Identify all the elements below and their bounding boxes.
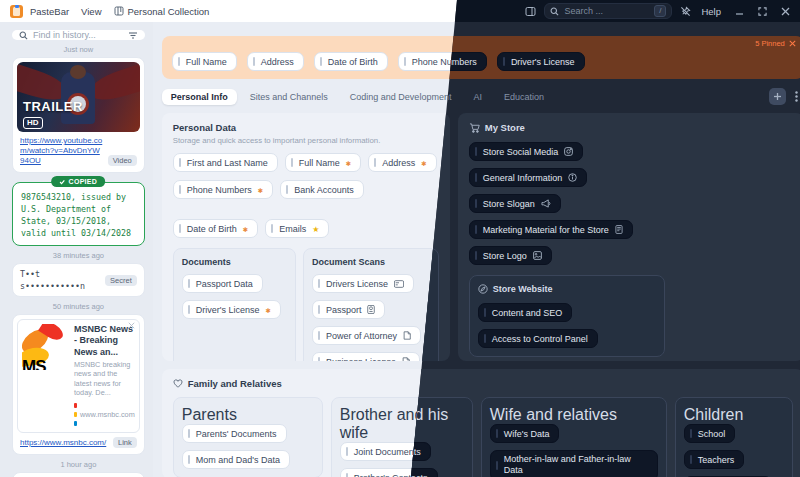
required-star-icon [258,185,263,195]
msnbc-logo: MS [22,324,68,370]
pinned-count: 5 Pinned [755,39,796,48]
group-document-scans: Document Scans Drivers License Passport … [303,248,439,361]
menu-view[interactable]: View [81,6,101,17]
maximize-button[interactable] [758,7,767,16]
megaphone-icon [541,199,551,208]
history-item-address[interactable]: 742 Maple Grove Lane Riverside, CA 92501 [12,472,145,477]
tab-personal-info[interactable]: Personal Info [162,89,237,105]
help-menu[interactable]: Help [701,6,721,17]
heart-icon [173,379,183,388]
group-documents: Documents Passport Data Driver's License [173,248,296,361]
clip-address[interactable]: Address [368,153,436,172]
website-icon [478,284,488,294]
clip-store-social-media[interactable]: Store Social Media [469,142,584,161]
pinned-clip-phone-numbers[interactable]: Phone Numbers [398,52,487,71]
preview-description: MSNBC breaking news and the latest news … [74,360,135,398]
panel-subtitle: Storage and quick access to important pe… [173,136,439,145]
favorite-star-icon [312,224,319,234]
tab-education[interactable]: Education [495,89,553,105]
pinned-bar: 5 Pinned Full Name Address Date of Birth… [162,36,800,79]
required-star-icon [243,224,248,234]
board-menu-icon[interactable] [790,88,800,105]
required-star-icon [266,305,271,315]
clip-marketing-material[interactable]: Marketing Material for the Store [469,220,633,239]
passport-icon [367,305,375,314]
clip-store-slogan[interactable]: Store Slogan [469,194,561,213]
time-group-label: 50 minutes ago [12,302,145,311]
minimize-button[interactable] [735,7,744,16]
secret-badge: Secret [105,275,137,286]
group-parents: Parents Parents' Documents Mom and Dad's… [173,397,323,477]
link-preview: MS MSNBC News - Breaking News an... MSNB… [17,319,140,433]
pinned-clip-date-of-birth[interactable]: Date of Birth [314,52,388,71]
clip-general-information[interactable]: General Information [469,168,588,187]
clip-teachers[interactable]: Teachers [684,450,745,469]
tab-ai[interactable]: AI [464,89,491,105]
clip-bank-accounts[interactable]: Bank Accounts [280,180,364,199]
clip-passport-data[interactable]: Passport Data [182,274,263,293]
titlebar: PasteBar View Personal Collection Search… [0,0,800,22]
panel-title: My Store [485,122,525,133]
clip-emails[interactable]: Emails [265,219,329,238]
add-tab-button[interactable] [769,88,786,105]
time-group-label: 38 minutes ago [12,251,145,260]
info-icon [568,173,577,182]
search-input[interactable]: Search ... / [544,3,672,19]
youtube-link[interactable]: https://www.youtube.com/watch?v=AbvDnYW9… [20,136,104,166]
preview-title: MSNBC News - Breaking News an... [74,324,135,358]
pin-off-icon[interactable] [680,6,691,17]
unpin-all-icon[interactable] [789,40,796,47]
link-badge: Link [113,437,137,448]
search-icon [550,7,559,16]
clip-mom-and-dads-data[interactable]: Mom and Dad's Data [182,450,290,469]
group-store-website: Store Website Content and SEO Access to … [469,275,665,357]
collection-switcher[interactable]: Personal Collection [114,6,210,17]
msnbc-link[interactable]: https://www.msnbc.com/ [20,438,109,448]
tab-sites-and-channels[interactable]: Sites and Channels [241,89,337,105]
clip-school[interactable]: School [684,424,736,443]
clip-brothers-contacts[interactable]: Brother's Contacts [340,468,438,477]
video-badge: Video [108,155,137,166]
clip-full-name[interactable]: Full Name [285,153,361,172]
clip-drivers-license[interactable]: Driver's License [182,300,281,319]
clip-parents-documents[interactable]: Parents' Documents [182,424,287,443]
clip-drivers-license-scan[interactable]: Drivers License [312,274,414,293]
clip-phone-numbers[interactable]: Phone Numbers [173,180,274,199]
close-button[interactable] [781,7,790,16]
clip-business-license-scan[interactable]: Business License [312,352,420,361]
tab-coding-and-development[interactable]: Coding and Development [341,89,461,105]
group-wife-and-relatives: Wife and relatives Wife's Data Mother-in… [481,397,667,477]
close-icon[interactable] [128,322,135,329]
id-card-icon [394,280,404,288]
history-item-link[interactable]: MS MSNBC News - Breaking News an... MSNB… [12,314,145,455]
pinned-clip-drivers-license[interactable]: Driver's License [497,52,585,71]
pinned-clip-full-name[interactable]: Full Name [172,52,237,71]
check-icon [60,179,66,185]
find-in-history-input[interactable]: Find in history... [12,30,145,40]
clip-joint-documents[interactable]: Joint Documents [340,442,431,461]
clip-content-and-seo[interactable]: Content and SEO [478,303,573,322]
clip-date-of-birth[interactable]: Date of Birth [173,219,258,238]
board-main: 5 Pinned Full Name Address Date of Birth… [153,22,800,477]
clip-power-of-attorney-scan[interactable]: Power of Attorney [312,326,421,345]
secret-text: T••t s•••••••••••n [20,268,105,292]
panel-toggle-icon[interactable] [525,6,536,17]
clip-passport-scan[interactable]: Passport [312,300,386,319]
clip-store-logo[interactable]: Store Logo [469,246,552,265]
history-item-video[interactable]: TRAILER HD https://www.youtube.com/watch… [12,57,145,173]
panel-title: Family and Relatives [188,378,282,389]
board-icon [114,6,124,16]
history-item-copied[interactable]: COPIED 9876543210, issued by U.S. Depart… [12,182,145,246]
clip-mother-in-law-father-in-law[interactable]: Mother-in-law and Father-in-law Data [490,450,658,477]
clip-wifes-data[interactable]: Wife's Data [490,424,560,443]
pinned-clip-address[interactable]: Address [247,52,304,71]
peacock-icon [74,401,77,428]
time-group-label: Just now [12,45,145,54]
file-icon [402,357,410,361]
video-thumbnail: TRAILER HD [17,62,140,132]
clip-access-control-panel[interactable]: Access to Control Panel [478,329,598,348]
clip-first-and-last-name[interactable]: First and Last Name [173,153,278,172]
filter-icon[interactable] [128,31,138,40]
document-icon [615,225,623,234]
history-item-secret[interactable]: T••t s•••••••••••n Secret [12,263,145,297]
